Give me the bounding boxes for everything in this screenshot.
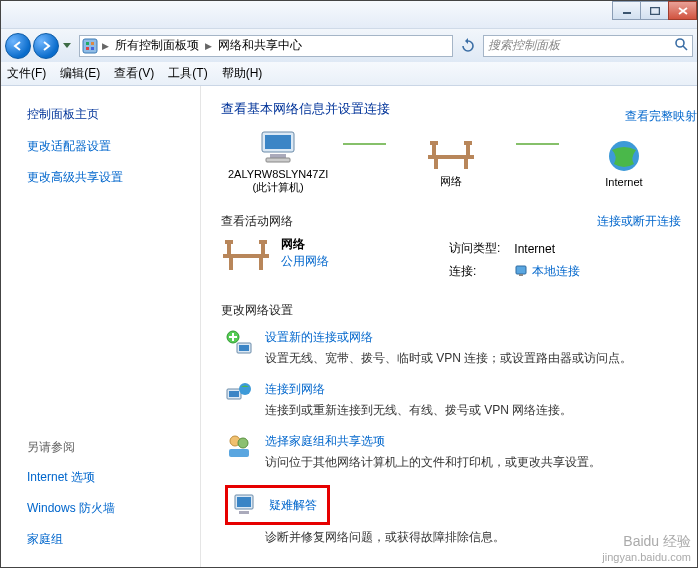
access-type-value: Internet — [508, 238, 585, 259]
troubleshoot-desc: 诊断并修复网络问题，或获得故障排除信息。 — [265, 529, 681, 546]
svg-rect-32 — [239, 345, 249, 351]
svg-rect-29 — [519, 274, 523, 276]
sidebar-firewall[interactable]: Windows 防火墙 — [27, 500, 174, 517]
search-icon — [674, 37, 688, 54]
breadcrumb[interactable]: ▶ 所有控制面板项 ▶ 网络和共享中心 — [79, 35, 453, 57]
bench-icon — [221, 236, 271, 279]
search-input[interactable]: 搜索控制面板 — [483, 35, 693, 57]
watermark-url: jingyan.baidu.com — [602, 551, 691, 563]
titlebar — [1, 1, 697, 28]
content: 查看基本网络信息并设置连接 查看完整映射 2ALYRW8SLYN47ZI (此计… — [201, 86, 697, 567]
svg-rect-5 — [86, 47, 89, 50]
connection-label: 连接: — [443, 261, 506, 282]
svg-point-7 — [676, 39, 684, 47]
sidebar-sharing[interactable]: 更改高级共享设置 — [27, 169, 174, 186]
svg-rect-3 — [86, 42, 89, 45]
homegroup-link[interactable]: 选择家庭组和共享选项 — [265, 433, 601, 450]
connect-network-link[interactable]: 连接到网络 — [265, 381, 572, 398]
menu-file[interactable]: 文件(F) — [7, 65, 46, 82]
setup-connection-desc: 设置无线、宽带、拨号、临时或 VPN 连接；或设置路由器或访问点。 — [265, 350, 632, 367]
troubleshoot-icon — [231, 491, 259, 519]
svg-rect-28 — [516, 266, 526, 274]
svg-rect-1 — [650, 7, 659, 14]
svg-rect-11 — [270, 154, 286, 158]
control-panel-icon — [82, 38, 98, 54]
forward-button[interactable] — [33, 33, 59, 59]
svg-rect-16 — [430, 141, 438, 145]
refresh-button[interactable] — [457, 35, 479, 57]
new-connection-icon — [225, 329, 253, 357]
svg-rect-25 — [259, 240, 267, 244]
menu-edit[interactable]: 编辑(E) — [60, 65, 100, 82]
svg-rect-27 — [259, 258, 263, 270]
close-button[interactable] — [668, 1, 697, 20]
sidebar-home[interactable]: 控制面板主页 — [27, 106, 174, 123]
svg-rect-6 — [91, 47, 94, 50]
page-title: 查看基本网络信息并设置连接 — [221, 100, 681, 118]
change-settings-heading: 更改网络设置 — [221, 302, 681, 319]
network-icon — [394, 134, 508, 174]
internet-label: Internet — [567, 176, 681, 188]
full-map-link[interactable]: 查看完整映射 — [625, 108, 697, 125]
access-type-label: 访问类型: — [443, 238, 506, 259]
network-label: 网络 — [394, 174, 508, 189]
menu-view[interactable]: 查看(V) — [114, 65, 154, 82]
svg-rect-15 — [466, 145, 470, 155]
svg-rect-40 — [237, 497, 251, 507]
svg-rect-10 — [265, 135, 291, 149]
history-chevron-icon[interactable] — [59, 36, 75, 56]
minimize-button[interactable] — [612, 1, 641, 20]
troubleshoot-link[interactable]: 疑难解答 — [269, 497, 317, 514]
this-computer-label: (此计算机) — [221, 180, 335, 195]
net-line-icon — [516, 143, 559, 145]
svg-rect-14 — [432, 145, 436, 155]
svg-point-35 — [239, 383, 251, 395]
connection-link[interactable]: 本地连接 — [532, 264, 580, 278]
sidebar: 控制面板主页 更改适配器设置 更改高级共享设置 另请参阅 Internet 选项… — [1, 86, 201, 567]
disconnect-link[interactable]: 连接或断开连接 — [597, 213, 681, 230]
breadcrumb-item-network[interactable]: 网络和共享中心 — [216, 37, 304, 54]
maximize-button[interactable] — [640, 1, 669, 20]
svg-point-37 — [238, 438, 248, 448]
homegroup-desc: 访问位于其他网络计算机上的文件和打印机，或更改共享设置。 — [265, 454, 601, 471]
menu-help[interactable]: 帮助(H) — [222, 65, 263, 82]
svg-rect-12 — [266, 158, 290, 162]
connect-network-icon — [225, 381, 253, 409]
menu-tools[interactable]: 工具(T) — [168, 65, 207, 82]
sidebar-homegroup[interactable]: 家庭组 — [27, 531, 174, 548]
sidebar-seealso-label: 另请参阅 — [27, 439, 174, 456]
svg-rect-2 — [83, 39, 97, 53]
homegroup-icon — [225, 433, 253, 461]
computer-name: 2ALYRW8SLYN47ZI — [221, 168, 335, 180]
search-placeholder: 搜索控制面板 — [488, 37, 560, 54]
svg-rect-0 — [623, 12, 631, 14]
svg-rect-41 — [239, 511, 249, 514]
menu-bar: 文件(F) 编辑(E) 查看(V) 工具(T) 帮助(H) — [1, 62, 697, 86]
active-net-type[interactable]: 公用网络 — [281, 253, 329, 270]
active-net-name: 网络 — [281, 237, 305, 251]
back-button[interactable] — [5, 33, 31, 59]
chevron-right-icon: ▶ — [100, 41, 111, 51]
svg-rect-19 — [464, 159, 468, 169]
svg-rect-23 — [261, 244, 265, 254]
adapter-icon — [514, 264, 528, 278]
active-networks-heading: 查看活动网络 — [221, 214, 293, 228]
chevron-right-icon: ▶ — [203, 41, 214, 51]
internet-icon — [567, 136, 681, 176]
svg-rect-17 — [464, 141, 472, 145]
window: ▶ 所有控制面板项 ▶ 网络和共享中心 搜索控制面板 文件(F) 编辑(E) 查… — [0, 0, 698, 568]
sidebar-adapter[interactable]: 更改适配器设置 — [27, 138, 174, 155]
svg-rect-26 — [229, 258, 233, 270]
net-line-icon — [343, 143, 386, 145]
svg-rect-34 — [229, 391, 239, 397]
svg-line-8 — [683, 46, 687, 50]
svg-rect-18 — [434, 159, 438, 169]
connect-network-desc: 连接到或重新连接到无线、有线、拨号或 VPN 网络连接。 — [265, 402, 572, 419]
svg-rect-21 — [223, 254, 269, 258]
sidebar-internet-options[interactable]: Internet 选项 — [27, 469, 174, 486]
computer-icon — [221, 128, 335, 168]
setup-connection-link[interactable]: 设置新的连接或网络 — [265, 329, 632, 346]
svg-rect-13 — [428, 155, 474, 159]
troubleshoot-highlight: 疑难解答 — [225, 485, 330, 525]
breadcrumb-item-all[interactable]: 所有控制面板项 — [113, 37, 201, 54]
